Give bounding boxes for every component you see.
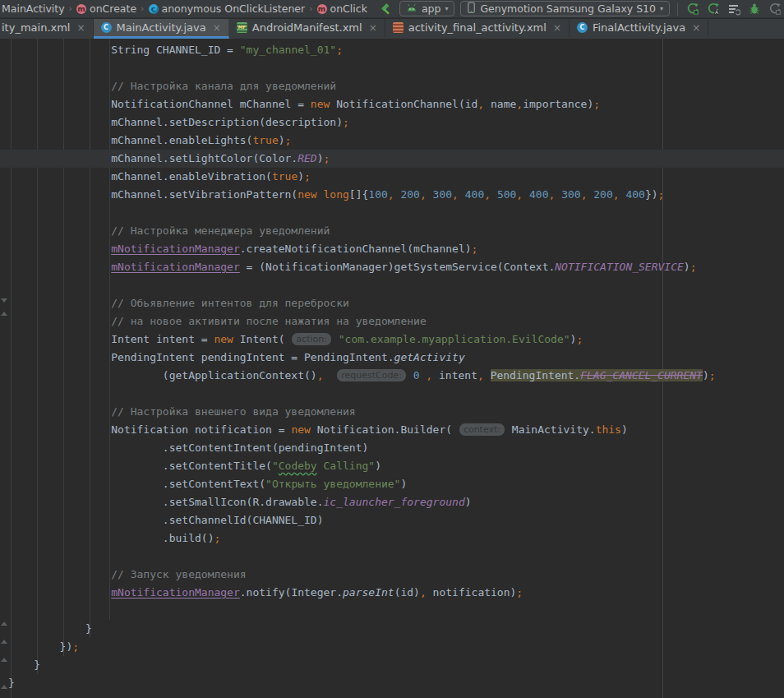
code-line[interactable]: mChannel.enableVibration(true); [0,168,784,186]
rerun-activity-icon[interactable] [685,2,700,16]
tab-label: FinalActtivity.java [593,21,685,34]
fold-marker-icon[interactable] [1,658,7,662]
symbol-icon: m [76,4,86,14]
fold-marker-icon[interactable] [1,298,7,303]
toolbar-separator [677,2,678,16]
editor-tabs: ity_main.xml × C MainActivity.java × MF … [0,19,784,39]
code-line[interactable]: }); [0,638,784,656]
symbol-icon: m [317,4,327,14]
breadcrumb-item[interactable]: MainActivity [2,0,65,17]
fold-marker-icon[interactable] [1,312,7,316]
param-hint-chip: action: [292,333,331,345]
chevron-down-icon: ▾ [445,5,448,12]
code-line[interactable]: PendingIntent pendingIntent = PendingInt… [0,349,784,367]
close-tab-icon[interactable]: × [553,22,561,34]
code-line[interactable]: .setChannelId(CHANNEL_ID) [0,511,784,529]
chevron-down-icon: ▾ [660,5,663,12]
code-line[interactable]: mChannel.setVibrationPattern(new long[]{… [0,186,784,204]
code-line[interactable] [0,204,784,222]
tab-label: ity_main.xml [2,21,70,34]
code-line[interactable]: mChannel.setDescription(description); [0,113,784,132]
code-line[interactable]: // Настройка внешнего вида уведомления [0,403,784,421]
code-line[interactable]: // Настройка менеджера уведомлений [0,222,784,240]
code-line[interactable]: mNotificationManager.createNotificationC… [0,240,784,258]
breadcrumb-label: anonymous OnClickListener [162,2,306,15]
code-line[interactable]: .setContentText("Открыть уведомление") [0,475,784,493]
code-area[interactable]: String CHANNEL_ID = "my_channel_01"; // … [0,39,784,692]
chevron-separator-icon: › [141,3,144,14]
code-line[interactable]: } [0,620,784,638]
code-line[interactable]: .build(); [0,529,784,548]
code-line[interactable]: mChannel.setLightColor(Color.RED); [0,150,784,168]
tab-label: AndroidManifest.xml [252,21,362,34]
code-line[interactable]: // Обьявление интентов для переброски [0,294,784,312]
code-line[interactable]: // на новое активити после нажатия на ув… [0,312,784,331]
profiler-icon[interactable] [726,2,741,16]
tab-label: MainActivity.java [117,21,206,34]
code-line[interactable] [0,59,784,77]
fold-marker-icon[interactable] [1,685,7,689]
code-line[interactable]: // Настройка канала для уведомлений [0,77,784,95]
close-tab-icon[interactable]: × [213,22,221,34]
code-line[interactable]: .setSmallIcon(R.drawable.ic_launcher_for… [0,493,784,511]
toolbar-right: app ▾ Genymotion Samsung Galaxy S10 ▾ [379,1,782,16]
breadcrumb-label: onClick [330,2,367,15]
navigation-bar: MainActivity › m onCreate › c anonymous … [0,0,784,18]
code-line[interactable]: .setContentTitle("Codeby Calling") [0,457,784,475]
code-line[interactable] [0,276,784,294]
apply-code-changes-icon[interactable]: A [706,2,721,16]
close-tab-icon[interactable]: × [76,22,85,34]
fold-marker-icon[interactable] [1,622,7,626]
code-line[interactable]: mNotificationManager = (NotificationMana… [0,258,784,276]
code-line[interactable]: Notification notification = new Notifica… [0,421,784,439]
code-line[interactable]: mChannel.enableLights(true); [0,132,784,150]
code-line[interactable]: Intent intent = new Intent( action: "com… [0,331,784,349]
device-icon [467,2,476,16]
device-label: Genymotion Samsung Galaxy S10 [480,2,656,15]
fold-marker-icon[interactable] [1,640,7,644]
breadcrumb: MainActivity › m onCreate › c anonymous … [2,0,367,17]
file-type-icon [393,22,404,33]
code-line[interactable] [0,602,784,620]
code-line[interactable]: } [0,656,784,674]
breadcrumb-item[interactable]: › c anonymous OnClickListener [136,0,305,17]
code-line[interactable]: String CHANNEL_ID = "my_channel_01"; [0,41,784,59]
device-select[interactable]: Genymotion Samsung Galaxy S10 ▾ [460,1,670,16]
file-type-icon: MF [237,22,247,33]
chevron-separator-icon: › [309,3,312,14]
editor-tab[interactable]: activity_final_acttivity.xml × [385,19,570,39]
run-config-select[interactable]: app ▾ [399,1,455,16]
chevron-separator-icon: › [69,3,72,14]
breadcrumb-label: onCreate [90,2,136,15]
debug-icon[interactable] [747,2,762,16]
editor-tab[interactable]: ity_main.xml × [0,19,94,39]
attach-debugger-icon[interactable] [768,2,782,16]
symbol-icon: c [149,4,159,14]
code-line[interactable] [0,385,784,403]
breadcrumb-item[interactable]: › m onClick [305,0,367,17]
code-editor[interactable]: String CHANNEL_ID = "my_channel_01"; // … [0,39,784,698]
code-line[interactable]: .setContentIntent(pendingIntent) [0,439,784,457]
close-tab-icon[interactable]: × [692,22,700,34]
ide-window: MainActivity › m onCreate › c anonymous … [0,0,784,698]
breadcrumb-item[interactable]: › m onCreate [65,0,137,17]
code-line[interactable]: // Запуск уведомления [0,566,784,584]
code-line[interactable]: NotificationChannel mChannel = new Notif… [0,95,784,113]
file-type-icon: C [101,22,112,33]
file-type-icon: C [577,22,588,33]
editor-tab[interactable]: C MainActivity.java × [94,19,229,39]
code-line[interactable]: mNotificationManager.notify(Integer.pars… [0,584,784,602]
param-hint-chip: requestCode: [337,369,406,381]
code-line[interactable] [0,548,784,566]
build-hammer-icon[interactable] [379,2,394,16]
breadcrumb-label: MainActivity [2,2,65,15]
editor-tab[interactable]: MF AndroidManifest.xml × [229,19,385,39]
code-line[interactable]: } [0,674,784,692]
tab-label: activity_final_acttivity.xml [408,21,546,34]
android-icon [406,2,417,15]
run-config-label: app [422,2,441,15]
close-tab-icon[interactable]: × [369,22,377,34]
editor-tab[interactable]: C FinalActtivity.java × [570,19,708,39]
code-line[interactable]: (getApplicationContext(), requestCode: 0… [0,367,784,385]
param-hint-chip: context: [459,423,505,436]
